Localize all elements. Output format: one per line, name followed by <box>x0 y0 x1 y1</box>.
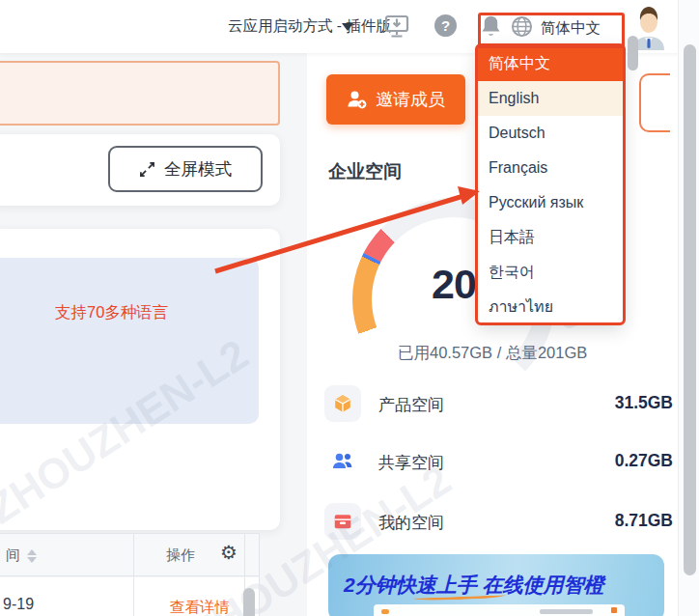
language-support-note: 支持70多种语言 <box>55 302 168 323</box>
space-name: 产品空间 <box>378 394 444 416</box>
space-name: 我的空间 <box>378 512 444 534</box>
annotation-card: 支持70多种语言 <box>0 229 280 530</box>
space-value: 8.71GB <box>615 511 673 531</box>
fullscreen-card: 全屏模式 <box>0 134 280 206</box>
people-icon <box>331 450 354 473</box>
mini-dash <box>540 609 593 614</box>
mini-marker <box>611 607 617 613</box>
mini-dot <box>381 609 389 614</box>
download-client-icon[interactable] <box>384 14 409 39</box>
storage-box-icon <box>332 511 353 532</box>
space-row-mine[interactable]: 我的空间 8.71GB <box>324 503 674 540</box>
promo-banner[interactable]: 2分钟快速上手 在线使用智橙 <box>328 554 664 616</box>
table-scrollbar-thumb[interactable] <box>243 588 255 616</box>
page-scrollbar-thumb[interactable] <box>684 44 696 575</box>
language-option-fr[interactable]: Français <box>478 151 623 185</box>
invite-member-label: 邀请成员 <box>376 88 445 111</box>
dropdown-scrollbar-thumb[interactable] <box>628 36 638 70</box>
app-root: XZHOUZHEN-L2 XZHOUZHEN-L2 ZHEN Uni 云应用启动… <box>0 0 699 616</box>
invite-member-button[interactable]: 邀请成员 <box>326 74 465 125</box>
language-option-en[interactable]: English <box>478 81 623 116</box>
space-name: 共享空间 <box>378 452 444 474</box>
language-option-zh[interactable]: 简体中文 <box>478 46 623 81</box>
language-option-ja[interactable]: 日本語 <box>478 220 623 255</box>
notification-bell-icon[interactable] <box>480 14 502 39</box>
view-details-link[interactable]: 查看详情 <box>170 598 230 616</box>
banner-mini-screenshot <box>374 604 625 616</box>
top-header: 云应用启动方式 - 插件版 ? 简体中文 <box>0 0 699 53</box>
space-icon-tile <box>324 503 361 540</box>
feature-highlight-box: 支持70多种语言 <box>0 258 259 424</box>
table-cell-time: 9-19 <box>3 596 34 613</box>
current-language-label[interactable]: 简体中文 <box>541 18 601 39</box>
action-column-header: 操作 <box>166 546 195 565</box>
table-column-divider <box>133 533 134 616</box>
space-row-product[interactable]: 产品空间 31.5GB <box>324 385 674 422</box>
person-add-icon <box>347 90 367 109</box>
language-option-ru[interactable]: Русский язык <box>478 185 623 220</box>
language-option-ko[interactable]: 한국어 <box>478 255 623 290</box>
space-value: 31.5GB <box>615 393 673 413</box>
expand-arrows-icon <box>139 161 155 178</box>
language-option-de[interactable]: Deutsch <box>478 116 623 151</box>
time-column-header: 间 <box>6 546 20 565</box>
notice-box <box>0 61 280 126</box>
page-scrollbar-track[interactable] <box>678 0 699 616</box>
launch-mode-title[interactable]: 云应用启动方式 - 插件版 <box>228 16 391 37</box>
globe-language-icon[interactable] <box>511 15 533 38</box>
sort-icon[interactable] <box>27 549 37 563</box>
help-icon[interactable]: ? <box>434 14 457 37</box>
language-dropdown-menu: 简体中文 English Deutsch Français Русский яз… <box>478 46 623 322</box>
table-right-border <box>259 533 260 616</box>
partial-outline-button[interactable] <box>639 73 670 132</box>
fullscreen-mode-label: 全屏模式 <box>164 157 232 181</box>
cube-icon <box>332 393 353 414</box>
usage-summary-text: 已用40.57GB / 总量201GB <box>398 343 587 364</box>
space-row-shared[interactable]: 共享空间 0.27GB <box>324 443 674 480</box>
space-value: 0.27GB <box>615 451 673 471</box>
enterprise-space-title: 企业空间 <box>328 159 402 184</box>
gear-icon[interactable]: ⚙ <box>220 541 238 564</box>
chevron-down-icon[interactable] <box>342 23 353 31</box>
fullscreen-mode-button[interactable]: 全屏模式 <box>108 146 263 192</box>
language-option-th[interactable]: ภาษาไทย <box>478 290 623 322</box>
space-icon-tile <box>324 385 361 422</box>
space-icon-tile <box>324 443 361 480</box>
